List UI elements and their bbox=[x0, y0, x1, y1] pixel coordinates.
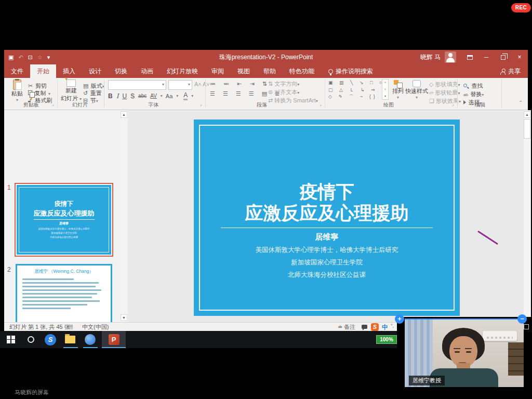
slide-counter[interactable]: 幻灯片 第 1 张, 共 45 张 bbox=[9, 323, 70, 331]
powerpoint-taskbar-button[interactable]: P bbox=[102, 331, 126, 348]
copy-icon bbox=[28, 90, 32, 95]
comments-icon[interactable] bbox=[362, 323, 367, 329]
collapse-ribbon-icon[interactable]: ⌃ bbox=[518, 100, 523, 105]
font-size-combo[interactable] bbox=[168, 80, 192, 90]
file-explorer-button[interactable] bbox=[61, 331, 79, 348]
tab-features[interactable]: 特色功能 bbox=[283, 64, 321, 78]
arrange-button[interactable]: 排列 ▾ bbox=[391, 80, 405, 100]
slide-thumbnail-2[interactable]: 居维宁 （Weining C. Chang） bbox=[16, 264, 112, 322]
slide-thumbnail-panel: 1 疫情下 应激反应及心理援助 居维寧 美国休斯敦大学心理学博士，哈佛大学博士后… bbox=[4, 110, 121, 322]
start-button[interactable] bbox=[2, 331, 20, 348]
drawing-dialog-launcher[interactable]: ⌟ bbox=[452, 102, 454, 107]
char-spacing-button[interactable]: AV bbox=[150, 93, 157, 99]
font-name-combo[interactable] bbox=[108, 80, 166, 90]
clipboard-group-label: 剪贴板 bbox=[8, 101, 54, 109]
clipboard-dialog-launcher[interactable]: ⌟ bbox=[52, 102, 54, 107]
thumbnail-scrollbar[interactable]: ▲ ▼ bbox=[121, 110, 128, 322]
browser-button[interactable] bbox=[81, 331, 99, 348]
close-button[interactable]: × bbox=[511, 50, 528, 64]
paste-icon bbox=[13, 79, 21, 90]
shapes-gallery-row2[interactable]: ▢ △ Ｌ ↳ ⇒ ⇓ bbox=[328, 87, 388, 94]
windows-logo-icon bbox=[7, 336, 15, 344]
sogou-browser-button[interactable]: S bbox=[42, 331, 59, 348]
shape-fill-button[interactable]: ◇ 形状填充▾ bbox=[429, 81, 460, 88]
thumb-scroll-up-icon[interactable]: ▲ bbox=[121, 111, 127, 118]
annotation-pen-stroke bbox=[477, 231, 498, 245]
sogou-ime-icon[interactable]: S bbox=[371, 323, 379, 331]
quick-styles-icon bbox=[413, 80, 421, 87]
text-shadow-button[interactable]: S bbox=[130, 92, 135, 100]
underline-button[interactable]: U bbox=[122, 92, 127, 100]
paragraph-row1-icons[interactable]: ≔ ≕ ⇤ ⇥ ⇅ bbox=[210, 81, 270, 87]
shrink-font-button[interactable]: A˅ bbox=[203, 81, 210, 87]
ribbon-tab-row: 文件 开始 插入 设计 切换 动画 幻灯片放映 审阅 视图 帮助 特色功能 操作… bbox=[4, 64, 528, 78]
canvas-scroll-up-icon[interactable]: ▲ bbox=[524, 111, 530, 118]
strikethrough-button[interactable]: abc bbox=[138, 93, 147, 99]
air-conditioner bbox=[483, 331, 517, 341]
search-icon bbox=[28, 336, 34, 343]
editing-group-label: 编辑 bbox=[459, 101, 501, 109]
tab-animations[interactable]: 动画 bbox=[134, 64, 160, 78]
powerpoint-window: ▣ ↶ ⊡ ☆ ▾ 珠海presentation-V2 - PowerPoint… bbox=[4, 50, 528, 331]
new-slide-button[interactable]: 新建 幻灯片 ▾ bbox=[60, 79, 82, 102]
proofing-icon[interactable]: ▤ bbox=[68, 323, 73, 330]
tab-slideshow[interactable]: 幻灯片放映 bbox=[160, 64, 205, 78]
notes-toggle[interactable]: ≐ 备注 bbox=[338, 323, 355, 331]
paragraph-dialog-launcher[interactable]: ⌟ bbox=[320, 102, 322, 107]
paste-button[interactable]: 粘贴 ▾ bbox=[8, 79, 26, 102]
rec-badge: REC bbox=[511, 3, 531, 12]
italic-button[interactable]: I bbox=[116, 92, 119, 100]
quick-styles-button[interactable]: 快速样式 ▾ bbox=[405, 80, 428, 100]
bookshelf bbox=[508, 342, 524, 376]
shapes-gallery-row3[interactable]: ◇ ✎ ⌒ ~ {} bbox=[328, 94, 378, 100]
language-status[interactable]: 中文(中国) bbox=[82, 323, 109, 331]
tab-insert[interactable]: 插入 bbox=[56, 64, 82, 78]
restore-button[interactable] bbox=[495, 50, 511, 64]
tab-transitions[interactable]: 切换 bbox=[108, 64, 134, 78]
change-case-button[interactable]: Aa bbox=[166, 93, 172, 99]
screen-share-label: 马晓辉的屏幕 bbox=[15, 389, 49, 396]
font-color-button[interactable]: A bbox=[183, 91, 188, 100]
paragraph-group-label: 段落 bbox=[210, 101, 314, 109]
arrange-icon bbox=[394, 80, 402, 87]
shapes-gallery-scroll[interactable]: ˄˅▾ bbox=[382, 79, 389, 100]
font-dialog-launcher[interactable]: ⌟ bbox=[200, 102, 202, 107]
account-name[interactable]: 晓辉 马 bbox=[420, 53, 441, 62]
minimize-button[interactable]: ─ bbox=[478, 50, 495, 64]
slide-canvas[interactable]: 疫情下 应激反应及心理援助 居维寧 美国休斯敦大学心理学博士，哈佛大学博士后研究… bbox=[194, 119, 460, 316]
text-direction-button[interactable]: ⇅ 文字方向▾ bbox=[268, 80, 299, 88]
search-button[interactable] bbox=[22, 331, 39, 348]
shape-outline-button[interactable]: ▱ 形状轮廓▾ bbox=[429, 89, 460, 97]
share-button[interactable]: 共享 bbox=[500, 64, 521, 78]
shape-outline-icon: ▱ bbox=[429, 89, 433, 96]
sogou-icon: S bbox=[45, 334, 56, 345]
video-zoom-out-button[interactable]: − bbox=[517, 314, 527, 324]
tab-file[interactable]: 文件 bbox=[4, 64, 30, 78]
tab-help[interactable]: 帮助 bbox=[257, 64, 283, 78]
battery-indicator[interactable]: 100% bbox=[376, 335, 397, 344]
drawing-group-label: 绘图 bbox=[337, 101, 441, 109]
tab-home[interactable]: 开始 bbox=[30, 64, 56, 78]
expand-video-icon[interactable] bbox=[524, 324, 529, 329]
tab-review[interactable]: 审阅 bbox=[205, 64, 231, 78]
thumb-scroll-down-icon[interactable]: ▼ bbox=[121, 314, 127, 321]
folder-icon bbox=[65, 336, 75, 343]
powerpoint-icon: P bbox=[109, 334, 119, 345]
tab-design[interactable]: 设计 bbox=[82, 64, 108, 78]
shapes-gallery-row1[interactable]: ▣ ▥ ╲ ↘ □ ○ bbox=[328, 80, 384, 85]
replace-icon: ab bbox=[463, 92, 468, 97]
ribbon-display-options-icon[interactable] bbox=[461, 50, 478, 64]
slide-thumbnail-1[interactable]: 疫情下 应激反应及心理援助 居维寧 美国休斯敦大学心理学博士，哈佛大学博士后研究… bbox=[15, 183, 113, 257]
title-bar: ▣ ↶ ⊡ ☆ ▾ 珠海presentation-V2 - PowerPoint… bbox=[4, 50, 528, 64]
canvas-scroll-thumb[interactable] bbox=[524, 119, 530, 139]
tell-me-search[interactable]: 操作说明搜索 bbox=[328, 64, 373, 78]
canvas-scrollbar[interactable]: ▲ bbox=[524, 110, 531, 322]
ime-punct-indicator[interactable]: °, bbox=[391, 323, 394, 328]
tab-view[interactable]: 视图 bbox=[231, 64, 257, 78]
video-zoom-in-button[interactable]: + bbox=[395, 314, 404, 324]
bold-button[interactable]: B bbox=[108, 92, 113, 100]
grow-font-button[interactable]: A˄ bbox=[194, 81, 202, 87]
align-text-button[interactable]: ⊜ 对齐文本▾ bbox=[268, 88, 299, 96]
ribbon: 粘贴 ▾ ✂ 剪切 复制 ▾ 格式刷 剪贴板 ⌟ 新建 幻灯片 ▾ ▤ 版式▾ bbox=[4, 78, 528, 110]
avatar[interactable] bbox=[445, 51, 456, 63]
